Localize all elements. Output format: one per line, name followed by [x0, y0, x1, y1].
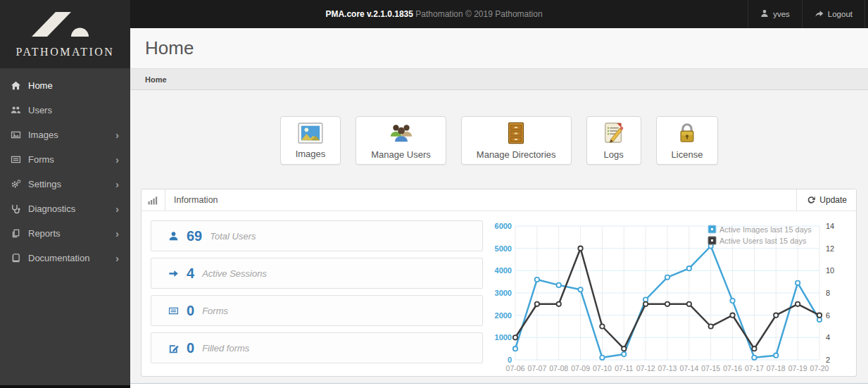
- images-card-icon: [298, 123, 323, 146]
- chevron-right-icon: ›: [115, 204, 119, 214]
- svg-text:07-17: 07-17: [745, 364, 764, 373]
- forms-icon: [11, 154, 28, 165]
- sidebar-item-label: Documentation: [28, 253, 89, 263]
- card-label: Images: [296, 149, 326, 159]
- username-label: yves: [773, 10, 790, 18]
- svg-text:4000: 4000: [495, 266, 512, 275]
- manage-directories-card-icon: [504, 122, 528, 147]
- stethoscope-icon: [11, 204, 28, 214]
- svg-text:07-08: 07-08: [549, 364, 568, 373]
- current-user-button[interactable]: yves: [748, 0, 802, 28]
- logout-label: Logout: [828, 10, 853, 18]
- svg-text:07-14: 07-14: [679, 364, 698, 373]
- card-label: Logs: [603, 149, 623, 160]
- svg-text:12: 12: [826, 244, 834, 253]
- sidebar-item-label: Settings: [28, 179, 61, 189]
- app-version-text: PMA.core v.2.1.0.1835: [325, 9, 413, 19]
- reports-icon: [11, 228, 28, 239]
- sidebar-item-label: Users: [28, 105, 52, 115]
- sidebar-item-label: Home: [28, 80, 53, 91]
- svg-text:07-20: 07-20: [810, 364, 829, 373]
- arrow-right-icon: [168, 268, 181, 279]
- update-button[interactable]: Update: [796, 189, 856, 211]
- manage-users-card-button[interactable]: Manage Users: [356, 116, 446, 165]
- logout-button[interactable]: Logout: [802, 0, 865, 28]
- user-icon: [760, 9, 769, 19]
- breadcrumb: Home: [130, 68, 868, 90]
- stat-value: 0: [187, 340, 194, 356]
- svg-text:4: 4: [826, 333, 830, 342]
- footer-strip: [130, 383, 868, 388]
- home-icon: [11, 80, 28, 91]
- sidebar-item-forms[interactable]: Forms ›: [0, 147, 130, 172]
- information-panel-title: Information: [165, 189, 796, 211]
- sidebar-item-label: Forms: [28, 154, 54, 165]
- license-card-icon: [676, 122, 698, 147]
- stat-filled-forms: 0 Filled forms: [151, 332, 483, 363]
- svg-text:2000: 2000: [495, 311, 512, 320]
- pathomation-logo-icon: [26, 10, 105, 42]
- forms-icon: [168, 306, 181, 316]
- pathomation-logo-text: PATHOMATION: [16, 46, 115, 58]
- page-title: Home: [145, 37, 194, 59]
- activity-chart: 0100020003000400050006000246810121407-06…: [489, 220, 847, 382]
- sidebar-nav: Home Users Images › Forms › Settings › D…: [0, 68, 130, 385]
- svg-text:10: 10: [826, 266, 834, 275]
- stat-label: Total Users: [210, 231, 256, 242]
- breadcrumb-home[interactable]: Home: [145, 75, 167, 84]
- svg-text:07-13: 07-13: [658, 364, 677, 373]
- stat-label: Filled forms: [202, 343, 249, 353]
- images-card-button[interactable]: Images: [280, 116, 341, 165]
- logs-card-icon: [602, 122, 626, 147]
- book-icon: [11, 253, 28, 263]
- page-header: Home: [130, 28, 868, 68]
- card-label: License: [672, 149, 703, 160]
- svg-text:Active Images last 15 days: Active Images last 15 days: [719, 225, 812, 234]
- stat-value: 0: [187, 303, 194, 319]
- chevron-right-icon: ›: [115, 179, 119, 189]
- svg-text:07-15: 07-15: [701, 364, 720, 373]
- svg-text:0: 0: [508, 356, 512, 364]
- stat-value: 69: [187, 228, 202, 244]
- stat-label: Forms: [202, 306, 228, 316]
- legend-item: Active Images last 15 days: [708, 225, 812, 234]
- topbar-right: yves Logout: [748, 0, 865, 28]
- svg-text:14: 14: [826, 222, 834, 230]
- information-panel-header: Information Update: [141, 189, 856, 211]
- sidebar-item-settings[interactable]: Settings ›: [0, 172, 130, 196]
- sidebar-item-home[interactable]: Home: [0, 73, 130, 98]
- sidebar-item-documentation[interactable]: Documentation ›: [0, 246, 130, 270]
- card-label: Manage Directories: [477, 149, 556, 160]
- chevron-right-icon: ›: [115, 253, 119, 263]
- stat-value: 4: [187, 265, 194, 282]
- pencil-square-icon: [168, 343, 181, 353]
- sidebar-bottom-strip: [0, 385, 130, 388]
- sidebar-item-reports[interactable]: Reports ›: [0, 221, 130, 246]
- svg-text:07-19: 07-19: [788, 364, 807, 373]
- manage-directories-card-button[interactable]: Manage Directories: [461, 116, 572, 165]
- svg-text:6: 6: [826, 311, 830, 320]
- svg-text:2: 2: [826, 356, 830, 364]
- stat-total-users: 69 Total Users: [151, 220, 483, 251]
- chevron-right-icon: ›: [115, 228, 119, 239]
- chevron-right-icon: ›: [115, 130, 119, 140]
- update-label: Update: [819, 195, 847, 205]
- action-cards: Images Manage Users Manage Directories L…: [130, 116, 868, 165]
- gears-icon: [11, 179, 28, 189]
- sidebar-item-images[interactable]: Images ›: [0, 123, 130, 147]
- svg-text:07-18: 07-18: [767, 364, 786, 373]
- logout-icon: [814, 9, 824, 19]
- sidebar-item-diagnostics[interactable]: Diagnostics ›: [0, 196, 130, 221]
- manage-users-card-icon: [388, 122, 415, 147]
- logs-card-button[interactable]: Logs: [586, 116, 641, 165]
- license-card-button[interactable]: License: [656, 116, 719, 165]
- refresh-icon: [806, 194, 815, 206]
- information-panel: Information Update 69 Total Users 4 Acti…: [141, 189, 857, 377]
- image-icon: [11, 130, 28, 140]
- svg-text:8: 8: [826, 289, 830, 297]
- sidebar-item-users[interactable]: Users: [0, 98, 130, 123]
- information-panel-body: 69 Total Users 4 Active Sessions 0 Forms…: [141, 211, 856, 382]
- svg-text:6000: 6000: [495, 222, 512, 230]
- chevron-right-icon: ›: [115, 154, 119, 165]
- svg-text:1000: 1000: [495, 333, 512, 342]
